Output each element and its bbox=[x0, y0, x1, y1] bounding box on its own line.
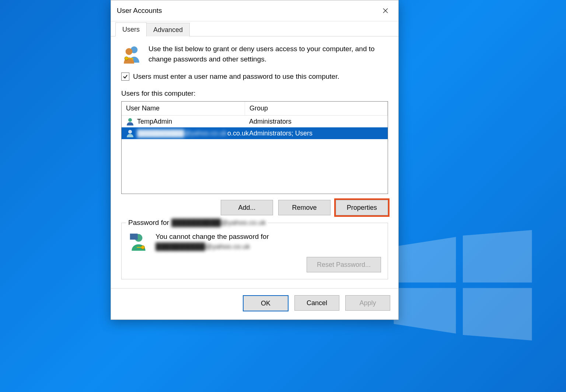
apply-button: Apply bbox=[345, 295, 390, 311]
users-panel: Use the list below to grant or deny user… bbox=[111, 36, 398, 288]
cancel-button[interactable]: Cancel bbox=[294, 295, 339, 311]
user-row[interactable]: TempAdmin Administrators bbox=[122, 116, 388, 127]
user-icon bbox=[126, 117, 134, 126]
users-keys-icon bbox=[121, 44, 142, 64]
tabstrip: Users Advanced bbox=[111, 21, 398, 36]
window-title: User Accounts bbox=[117, 7, 375, 15]
password-text-line1: You cannot change the password for bbox=[156, 232, 269, 242]
close-icon[interactable] bbox=[375, 3, 395, 18]
tab-users[interactable]: Users bbox=[115, 22, 147, 36]
svg-rect-8 bbox=[132, 58, 133, 60]
user-accounts-dialog: User Accounts Users Advanced Use the lis bbox=[111, 0, 399, 320]
svg-rect-14 bbox=[137, 247, 142, 248]
password-group-prefix: Password for bbox=[128, 219, 169, 227]
password-group-user: ██████████@yahoo.co.uk bbox=[171, 219, 266, 227]
titlebar: User Accounts bbox=[111, 0, 398, 21]
windows-logo bbox=[393, 230, 533, 340]
svg-marker-0 bbox=[394, 237, 456, 283]
password-text-line2: ██████████@yahoo.co.uk bbox=[156, 242, 269, 252]
svg-marker-2 bbox=[394, 288, 456, 334]
intro-row: Use the list below to grant or deny user… bbox=[121, 44, 388, 64]
users-list[interactable]: User Name Group TempAdmin Administrators bbox=[121, 101, 388, 194]
tab-advanced[interactable]: Advanced bbox=[146, 23, 190, 36]
svg-marker-3 bbox=[463, 288, 532, 341]
checkbox-icon bbox=[121, 73, 129, 81]
user-key-icon bbox=[128, 232, 149, 252]
svg-point-5 bbox=[126, 48, 133, 55]
column-header-username[interactable]: User Name bbox=[122, 102, 245, 115]
add-button[interactable]: Add... bbox=[221, 200, 273, 215]
dialog-footer: OK Cancel Apply bbox=[111, 288, 398, 319]
user-icon bbox=[126, 129, 134, 137]
user-group-cell: Administrators; Users bbox=[245, 127, 388, 139]
user-group-cell: Administrators bbox=[245, 116, 388, 127]
user-row[interactable]: ██████████@yahoo.co.uk o.co.uk Administr… bbox=[122, 127, 388, 139]
user-name-cell: ██████████@yahoo.co.uk bbox=[137, 130, 227, 137]
password-group-title: Password for ██████████@yahoo.co.uk bbox=[126, 219, 268, 227]
properties-button[interactable]: Properties bbox=[336, 200, 388, 215]
svg-point-10 bbox=[128, 130, 132, 134]
users-list-header: User Name Group bbox=[122, 102, 388, 116]
require-password-checkbox-row[interactable]: Users must enter a user name and passwor… bbox=[121, 73, 388, 81]
column-header-group[interactable]: Group bbox=[245, 102, 388, 115]
password-groupbox: Password for ██████████@yahoo.co.uk You … bbox=[121, 223, 388, 279]
users-list-caption: Users for this computer: bbox=[121, 89, 388, 98]
svg-marker-1 bbox=[463, 230, 532, 283]
remove-button[interactable]: Remove bbox=[278, 200, 331, 215]
user-buttons-row: Add... Remove Properties bbox=[121, 200, 388, 215]
svg-rect-12 bbox=[130, 234, 138, 240]
reset-password-button: Reset Password... bbox=[307, 257, 381, 272]
password-text: You cannot change the password for █████… bbox=[156, 232, 269, 252]
svg-point-9 bbox=[128, 118, 132, 122]
intro-text: Use the list below to grant or deny user… bbox=[149, 44, 388, 64]
user-name-cell: TempAdmin bbox=[137, 118, 172, 126]
checkbox-label: Users must enter a user name and passwor… bbox=[133, 73, 339, 81]
ok-button[interactable]: OK bbox=[243, 295, 289, 311]
